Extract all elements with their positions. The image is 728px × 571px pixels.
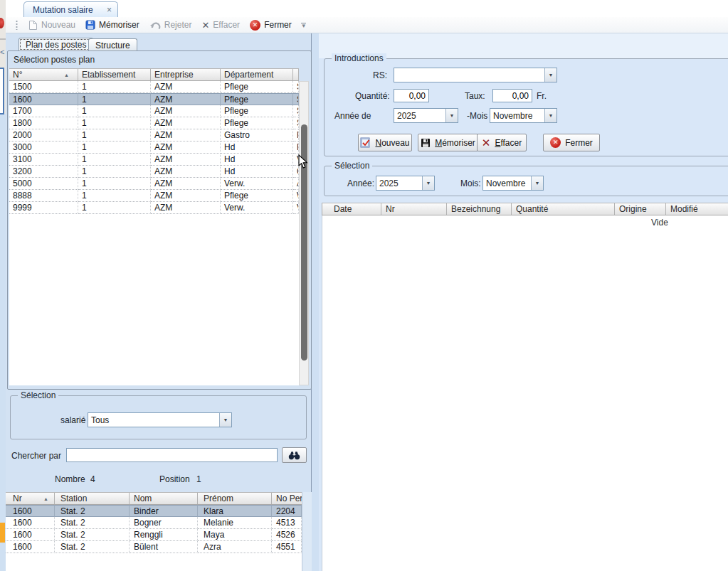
table-row[interactable]: 30001AZMHdH (9, 142, 299, 154)
column-header-nr[interactable]: N° ▲ (9, 69, 78, 80)
column-header-modifie[interactable]: Modifié (666, 203, 728, 215)
sort-asc-icon: ▲ (43, 496, 48, 501)
toolbar-rejeter-button[interactable]: Rejeter (144, 18, 197, 31)
column-header-no-pers[interactable]: No Pers. (272, 493, 302, 504)
plan-section-label: Sélection postes plan (14, 55, 95, 65)
column-header-clipped[interactable] (293, 69, 299, 80)
search-button[interactable] (282, 447, 307, 463)
column-header-station[interactable]: Station (55, 493, 130, 504)
background-red-icon (0, 18, 4, 28)
column-header-nr[interactable]: Nr ▲ (6, 493, 55, 504)
checked-document-icon (360, 137, 371, 148)
salarie-combobox[interactable]: Tous ▼ (88, 412, 232, 427)
column-header-quantite[interactable]: Quantité (512, 203, 615, 215)
toolbar-fermer-button[interactable]: ✕ Fermer (245, 18, 297, 32)
person-grid-header: Nr ▲ Station Nom Prénom No Pers. (6, 492, 302, 505)
table-row[interactable]: 1600Stat. 2BognerMelanie4513 (6, 517, 302, 529)
column-header-nom[interactable]: Nom (130, 493, 198, 504)
toolbar-grip (16, 20, 18, 30)
group-label: Introductions (332, 53, 386, 63)
position-label: Position (159, 474, 190, 484)
chevron-down-icon[interactable]: ▼ (422, 176, 434, 190)
table-row[interactable]: 18001AZMPflegeS (9, 117, 299, 129)
table-row[interactable]: 50001AZMVerw.A (9, 178, 299, 190)
column-header-departement[interactable]: Département (221, 69, 293, 80)
annee-combobox[interactable]: 2025 ▼ (376, 176, 435, 191)
table-row[interactable]: 15001AZMPflegeS (9, 81, 299, 93)
salarie-label: salarié (60, 415, 85, 425)
table-row-selected[interactable]: 16001AZMPflegeS (9, 93, 299, 105)
chevron-down-icon[interactable]: ▼ (544, 109, 556, 122)
document-tab-mutation-salaire[interactable]: Mutation salaire × (23, 1, 118, 17)
mois-combobox[interactable]: Novembre ▼ (482, 176, 544, 191)
toolbar-nouveau-button[interactable]: Nouveau (23, 18, 80, 32)
rs-combobox[interactable]: ▼ (394, 68, 557, 82)
quantite-input[interactable] (394, 89, 429, 102)
table-row[interactable]: 20001AZMGastroF (9, 129, 299, 142)
effacer-button[interactable]: ✕ Effacer (477, 134, 527, 151)
close-circle-icon: ✕ (250, 20, 260, 31)
position-value: 1 (196, 474, 201, 484)
search-label: Chercher par (11, 451, 61, 461)
collapse-chevron-icon: < (0, 47, 6, 57)
toolbar-memoriser-button[interactable]: Mémoriser (80, 18, 144, 31)
column-header-bezeichnung[interactable]: Bezeichnung (447, 203, 512, 215)
table-row[interactable]: 31001AZMHdV (9, 154, 299, 166)
toolbar-effacer-button[interactable]: ✕ Effacer (196, 18, 245, 31)
mouse-cursor (298, 154, 308, 169)
plan-grid-scrollbar-track[interactable] (299, 81, 309, 385)
plan-grid-header: N° ▲ Etablissement Entreprise Départemen… (9, 68, 299, 81)
mois-de-label: -Mois (467, 111, 487, 121)
save-floppy-icon (85, 20, 95, 30)
background-window-edge: < (0, 0, 6, 571)
rs-label: RS: (373, 70, 387, 80)
binoculars-icon (288, 451, 300, 460)
table-row[interactable]: 1600Stat. 2BülentAzra4551 (6, 541, 302, 553)
mois-label: Mois: (460, 178, 481, 188)
search-input[interactable] (66, 448, 278, 462)
result-grid-body: Vide (322, 215, 728, 571)
new-page-icon (28, 20, 38, 31)
group-label: Sélection (18, 390, 58, 400)
table-row[interactable]: 32001AZMHdG (9, 166, 299, 178)
fermer-button[interactable]: ✕ Fermer (543, 134, 600, 151)
tab-close-icon[interactable]: × (107, 6, 112, 14)
table-row[interactable]: 1600Stat. 2RenggliMaya4526 (6, 529, 302, 541)
table-row[interactable]: 88881AZMPflegeW (9, 190, 299, 202)
taux-input[interactable] (492, 89, 532, 102)
column-header-etablissement[interactable]: Etablissement (78, 69, 151, 80)
annee-de-combobox[interactable]: 2025 ▼ (394, 108, 458, 123)
column-header-origine[interactable]: Origine (615, 203, 666, 215)
chevron-down-icon[interactable]: ▼ (445, 109, 458, 122)
background-panel-edge (0, 114, 6, 571)
table-row[interactable]: 17001AZMPflegeS (9, 105, 299, 117)
column-header-prenom[interactable]: Prénom (198, 493, 272, 504)
taux-label: Taux: (465, 91, 485, 101)
toolbar-overflow-button[interactable]: ▼ (301, 23, 307, 28)
save-floppy-icon (421, 138, 431, 148)
application-window: < Mutation salaire × Nouveau Mémoriser (0, 0, 728, 571)
nombre-value: 4 (90, 474, 95, 484)
table-row[interactable]: 99991AZMVerw.V (9, 202, 299, 214)
mois-de-combobox[interactable]: Novembre ▼ (490, 108, 557, 123)
plan-grid-body: 15001AZMPflegeS 16001AZMPflegeS 17001AZM… (9, 81, 299, 385)
tab-structure[interactable]: Structure (88, 38, 137, 51)
chevron-down-icon[interactable]: ▼ (219, 413, 231, 427)
column-header-date[interactable]: Date (322, 203, 381, 215)
memoriser-button[interactable]: Mémoriser (418, 134, 478, 151)
chevron-down-icon[interactable]: ▼ (531, 176, 543, 190)
column-header-nr[interactable]: Nr (381, 203, 447, 215)
result-grid-header: Date Nr Bezeichnung Quantité Origine Mod… (322, 203, 728, 215)
column-header-entreprise[interactable]: Entreprise (151, 69, 221, 80)
panel-splitter[interactable] (312, 33, 319, 571)
tab-title: Mutation salaire (33, 5, 93, 15)
currency-label: Fr. (537, 91, 547, 101)
person-grid-body: 1600Stat. 2BinderKlara2204 1600Stat. 2Bo… (6, 505, 302, 571)
annee-de-label: Année de (334, 111, 371, 121)
tab-plan-des-postes[interactable]: Plan des postes (19, 38, 93, 51)
person-grid-scroll-strip[interactable] (302, 492, 312, 571)
divider (0, 38, 6, 40)
chevron-down-icon[interactable]: ▼ (544, 68, 556, 82)
nouveau-button[interactable]: Nouveau (358, 134, 412, 151)
table-row-selected[interactable]: 1600Stat. 2BinderKlara2204 (6, 505, 302, 517)
